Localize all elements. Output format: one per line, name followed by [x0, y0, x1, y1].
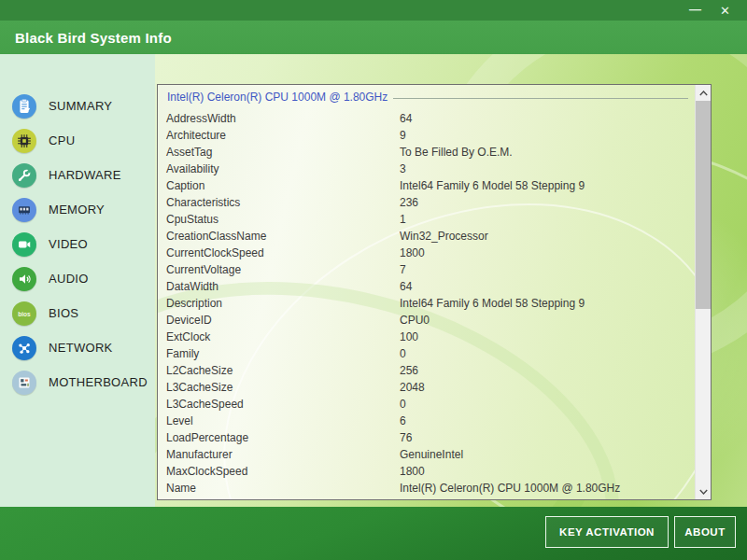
sidebar-item-label: MEMORY [49, 203, 105, 217]
property-row: ExtClock100 [159, 329, 694, 345]
about-button[interactable]: ABOUT [674, 516, 736, 548]
sidebar-item-label: SUMMARY [49, 99, 112, 113]
sidebar-item-label: VIDEO [49, 237, 88, 251]
property-name: AddressWidth [159, 112, 400, 125]
property-value: 2048 [400, 381, 694, 394]
property-name: L2CacheSize [159, 364, 400, 377]
property-name: AssetTag [159, 146, 400, 159]
sidebar-item-cpu[interactable]: CPU [0, 123, 155, 158]
property-value: 9 [400, 129, 694, 142]
sidebar-item-label: NETWORK [49, 341, 113, 355]
property-value: 64 [400, 280, 694, 293]
property-value: Intel(R) Celeron(R) CPU 1000M @ 1.80GHz [400, 482, 694, 495]
minimize-button[interactable]: — [689, 3, 701, 15]
property-row: L3CacheSpeed0 [159, 396, 694, 413]
cpu-group-header: Intel(R) Celeron(R) CPU 1000M @ 1.80GHz [167, 91, 688, 104]
property-value: 0 [400, 347, 694, 360]
property-name: CreationClassName [159, 230, 400, 243]
property-name: Description [159, 297, 400, 310]
vertical-scrollbar[interactable] [695, 85, 711, 499]
scroll-down-button[interactable] [696, 483, 712, 499]
property-value: 1 [400, 213, 694, 226]
property-name: Name [159, 482, 400, 495]
sidebar-item-label: HARDWARE [49, 168, 121, 182]
property-name: Caption [159, 179, 400, 192]
sidebar-item-motherboard[interactable]: MOTHERBOARD [0, 365, 155, 399]
bios-icon: bios [12, 301, 36, 326]
sidebar: SUMMARYCPUHARDWAREMEMORYVIDEOAUDIObiosBI… [0, 54, 155, 507]
network-icon [12, 336, 36, 360]
sidebar-item-audio[interactable]: AUDIO [0, 261, 155, 296]
property-value: 1800 [400, 465, 694, 478]
property-value: Intel64 Family 6 Model 58 Stepping 9 [400, 297, 694, 310]
property-name: Family [159, 347, 400, 360]
video-camera-icon [12, 232, 36, 257]
property-name: Architecture [159, 129, 400, 142]
property-row: Family0 [159, 345, 694, 362]
property-name: DeviceID [159, 314, 400, 327]
property-row: ManufacturerGenuineIntel [159, 446, 694, 463]
property-row: AssetTagTo Be Filled By O.E.M. [159, 144, 694, 161]
property-row: CurrentVoltage7 [159, 261, 694, 278]
sidebar-item-summary[interactable]: SUMMARY [0, 89, 155, 123]
key-activation-button[interactable]: KEY ACTIVATION [545, 516, 669, 548]
property-name: LoadPercentage [159, 431, 400, 444]
sidebar-item-video[interactable]: VIDEO [0, 227, 155, 261]
sidebar-item-label: MOTHERBOARD [49, 375, 148, 389]
property-name: CurrentClockSpeed [159, 246, 400, 259]
property-name: Manufacturer [159, 448, 400, 461]
sidebar-item-network[interactable]: NETWORK [0, 330, 155, 365]
property-row: AddressWidth64 [159, 110, 694, 127]
app-header: Black Bird System Info [0, 21, 747, 54]
property-value: 1800 [400, 246, 694, 259]
property-value: GenuineIntel [400, 448, 694, 461]
property-row: MaxClockSpeed1800 [159, 463, 694, 480]
property-name: ExtClock [159, 330, 400, 343]
property-row: DescriptionIntel64 Family 6 Model 58 Ste… [159, 295, 694, 312]
scrollbar-thumb[interactable] [696, 101, 711, 309]
tools-icon [12, 163, 36, 188]
property-value: Intel64 Family 6 Model 58 Stepping 9 [400, 179, 694, 192]
property-value: Win32_Processor [400, 230, 694, 243]
property-row: DeviceIDCPU0 [159, 312, 694, 329]
property-name: Availability [159, 162, 400, 175]
property-name: CurrentVoltage [159, 263, 400, 276]
property-value: 100 [400, 330, 694, 343]
property-value: 3 [400, 162, 694, 175]
sidebar-item-label: BIOS [49, 306, 78, 320]
property-list: AddressWidth64Architecture9AssetTagTo Be… [159, 110, 694, 497]
property-row: L2CacheSize256 [159, 362, 694, 379]
titlebar: — ✕ [0, 0, 747, 21]
sidebar-item-memory[interactable]: MEMORY [0, 192, 155, 227]
scroll-up-button[interactable] [696, 85, 712, 101]
motherboard-icon [12, 371, 36, 395]
ram-icon [12, 198, 36, 222]
app-title: Black Bird System Info [15, 30, 172, 46]
property-row: CreationClassNameWin32_Processor [159, 228, 694, 245]
property-row: Level6 [159, 413, 694, 429]
group-divider [393, 98, 688, 99]
sidebar-item-bios[interactable]: biosBIOS [0, 296, 155, 330]
property-value: 64 [400, 112, 694, 125]
property-row: Architecture9 [159, 127, 694, 144]
cpu-details-panel: Intel(R) Celeron(R) CPU 1000M @ 1.80GHz … [157, 84, 712, 500]
chip-icon [12, 129, 36, 153]
close-button[interactable]: ✕ [720, 5, 730, 17]
property-row: L3CacheSize2048 [159, 379, 694, 396]
sidebar-item-label: AUDIO [49, 272, 89, 286]
property-name: Characteristics [159, 196, 400, 209]
property-row: LoadPercentage76 [159, 429, 694, 446]
property-name: L3CacheSize [159, 381, 400, 394]
property-value: CPU0 [400, 314, 694, 327]
property-row: CurrentClockSpeed1800 [159, 245, 694, 261]
property-row: CpuStatus1 [159, 211, 694, 228]
property-name: DataWidth [159, 280, 400, 293]
speaker-icon [12, 267, 36, 291]
sidebar-item-hardware[interactable]: HARDWARE [0, 158, 155, 192]
property-value: 76 [400, 431, 694, 444]
property-name: MaxClockSpeed [159, 465, 400, 478]
property-value: 6 [400, 414, 694, 427]
property-value: 7 [400, 263, 694, 276]
property-row: Characteristics236 [159, 194, 694, 211]
property-row: DataWidth64 [159, 278, 694, 295]
